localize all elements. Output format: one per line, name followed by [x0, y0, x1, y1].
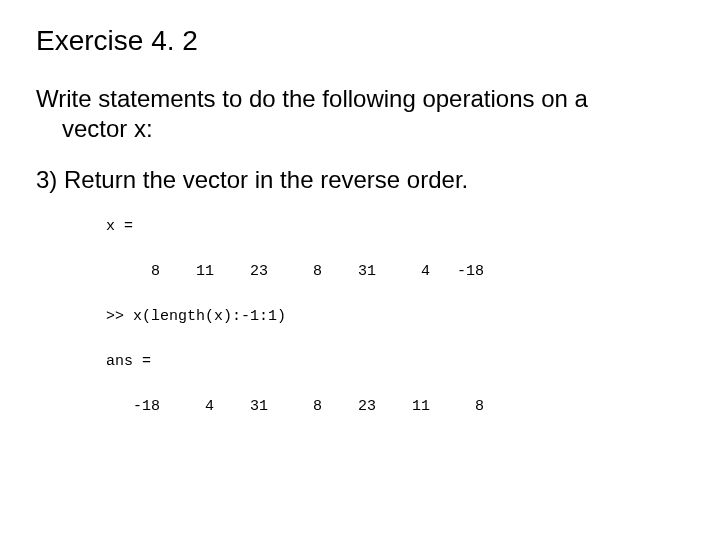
exercise-prompt: Write statements to do the following ope…	[36, 84, 684, 144]
slide-content: Exercise 4. 2 Write statements to do the…	[0, 0, 720, 540]
prompt-line-1: Write statements to do the following ope…	[36, 85, 588, 112]
exercise-title: Exercise 4. 2	[36, 24, 684, 58]
exercise-question: 3) Return the vector in the reverse orde…	[36, 166, 684, 194]
matlab-code-output: x = 8 11 23 8 31 4 -18 >> x(length(x):-1…	[106, 216, 684, 419]
prompt-line-2: vector x:	[62, 115, 153, 142]
